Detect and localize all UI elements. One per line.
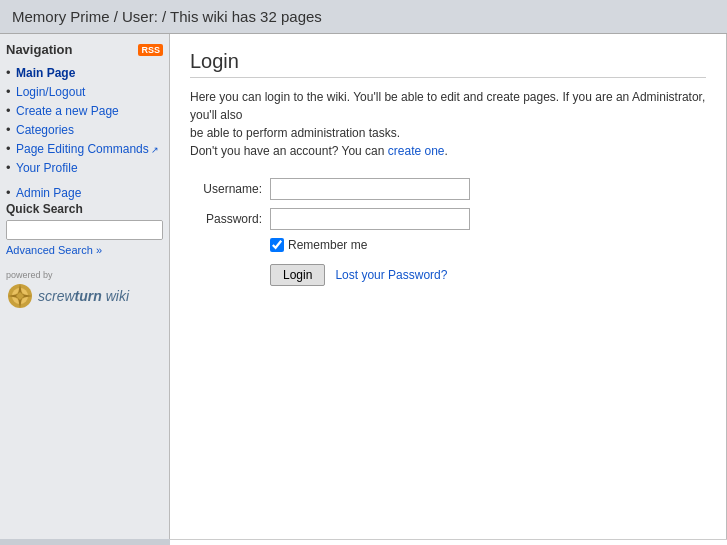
breadcrumb-title: Memory Prime / User: / This wiki has 32 … xyxy=(12,8,322,25)
remember-label: Remember me xyxy=(288,238,367,252)
password-label: Password: xyxy=(190,212,270,226)
username-row: Username: xyxy=(190,178,706,200)
advanced-search-link[interactable]: Advanced Search » xyxy=(6,244,163,256)
sidebar-item-login-logout[interactable]: Login/Logout xyxy=(16,85,85,99)
remember-row: Remember me xyxy=(270,238,706,252)
sidebar-item-your-profile[interactable]: Your Profile xyxy=(16,161,78,175)
sidebar-item-page-editing-commands[interactable]: Page Editing Commands xyxy=(16,142,159,156)
sidebar: Navigation RSS Main Page Login/Logout Cr… xyxy=(0,34,170,539)
lost-password-link[interactable]: Lost your Password? xyxy=(335,268,447,282)
main-content: Login Here you can login to the wiki. Yo… xyxy=(170,34,727,539)
username-input[interactable] xyxy=(270,178,470,200)
remember-checkbox[interactable] xyxy=(270,238,284,252)
sidebar-item-admin-page[interactable]: Admin Page xyxy=(16,186,81,200)
search-input[interactable] xyxy=(7,221,163,239)
login-form: Username: Password: Remember me Login Lo… xyxy=(190,178,706,286)
svg-point-2 xyxy=(16,292,24,300)
create-account-link[interactable]: create one xyxy=(388,144,445,158)
login-button[interactable]: Login xyxy=(270,264,325,286)
description-end: . xyxy=(445,144,448,158)
description-line2: be able to perform administration tasks. xyxy=(190,126,400,140)
username-label: Username: xyxy=(190,182,270,196)
sidebar-item-categories[interactable]: Categories xyxy=(16,123,74,137)
screwturn-logo: screwturn wiki xyxy=(6,282,163,310)
sidebar-item-create-page[interactable]: Create a new Page xyxy=(16,104,119,118)
powered-by-text: powered by xyxy=(6,270,163,280)
form-actions: Login Lost your Password? xyxy=(270,264,706,286)
password-input[interactable] xyxy=(270,208,470,230)
description-line3: Don't you have an account? You can xyxy=(190,144,384,158)
sidebar-item-main-page[interactable]: Main Page xyxy=(16,66,75,80)
sidebar-nav: Main Page Login/Logout Create a new Page… xyxy=(6,63,163,202)
powered-by: powered by screwturn wiki xyxy=(6,270,163,310)
login-description: Here you can login to the wiki. You'll b… xyxy=(190,88,706,160)
description-line1: Here you can login to the wiki. You'll b… xyxy=(190,90,705,122)
logo-text: screwturn wiki xyxy=(38,288,129,304)
page-header: Memory Prime / User: / This wiki has 32 … xyxy=(0,0,727,34)
logo-icon xyxy=(6,282,34,310)
password-row: Password: xyxy=(190,208,706,230)
main-footer: ScrewTurn Wiki version 2.0.33. Some of t… xyxy=(170,539,727,545)
quick-search-label: Quick Search xyxy=(6,202,163,216)
nav-title: Navigation xyxy=(6,42,72,57)
login-title: Login xyxy=(190,50,706,78)
quick-search-wrap: 🔍 xyxy=(6,220,163,240)
rss-badge[interactable]: RSS xyxy=(138,44,163,56)
